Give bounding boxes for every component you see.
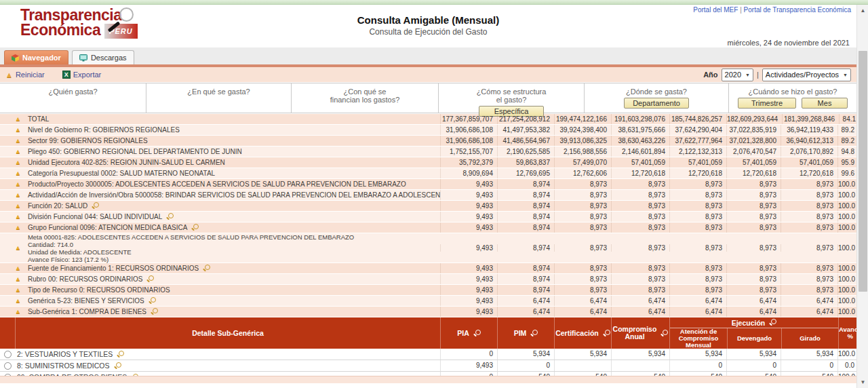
value-cell: 8,973 xyxy=(726,190,781,200)
value-cell: 38,630,463,226 xyxy=(611,136,669,146)
reiniciar-label: Reiniciar xyxy=(16,71,45,79)
year-select[interactable]: 2020 ▼ xyxy=(722,69,753,81)
value-cell: 9,493 xyxy=(440,244,497,252)
collapse-triangle-icon[interactable]: ▲ xyxy=(15,179,21,189)
magnifier-icon[interactable] xyxy=(191,224,199,231)
reiniciar-button[interactable]: ▲ Reiniciar xyxy=(5,71,45,79)
value-cell: 100.0 xyxy=(837,285,857,295)
value-cell: 8,973 xyxy=(554,285,611,295)
value-cell: 57,401,059 xyxy=(726,157,781,168)
selector-como-se-estructura: ¿Cómo se estructura el gasto? Específica xyxy=(439,83,585,113)
magnifier-icon[interactable] xyxy=(151,308,158,315)
detail-table-header: Detalle Sub-Genérica PIA PIM Certificaci… xyxy=(0,317,856,349)
magnifier-icon[interactable] xyxy=(769,319,776,326)
value-cell: 8,973 xyxy=(726,222,781,233)
row-label-cell: ▲Pliego 450: GOBIERNO REGIONAL DEL DEPAR… xyxy=(0,147,440,157)
magnifier-icon[interactable] xyxy=(473,330,481,337)
page-title: Consulta Amigable (Mensual) xyxy=(0,14,856,26)
magnifier-icon[interactable] xyxy=(660,330,668,337)
selector-question: ¿Quién gasta? xyxy=(48,88,97,96)
row-label-cell: ▲Rubro 00: RECURSOS ORDINARIOS xyxy=(0,274,440,284)
value-cell: 8,973 xyxy=(726,274,781,284)
collapse-triangle-icon[interactable]: ▲ xyxy=(15,274,21,284)
collapse-triangle-icon[interactable]: ▲ xyxy=(15,125,21,135)
collapse-triangle-icon[interactable]: ▲ xyxy=(15,307,21,317)
value-cell: 0 xyxy=(497,360,554,371)
value-cell: 199,474,122,166 xyxy=(554,114,611,124)
exportar-button[interactable]: X Exportar xyxy=(62,71,102,79)
collapse-triangle-icon[interactable]: ▲ xyxy=(15,296,21,306)
value-cell: 8,973 xyxy=(611,244,669,252)
row-label: Producto/Proyecto 3000005: ADOLESCENTES … xyxy=(28,179,406,189)
value-cell: 6,474 xyxy=(554,296,611,306)
magnifier-icon[interactable] xyxy=(149,297,156,305)
row-label-cell: ▲Grupo Funcional 0096: ATENCION MEDICA B… xyxy=(0,222,440,233)
tab-descargas[interactable]: Descargas xyxy=(72,50,134,64)
value-cell: 217,254,208,912 xyxy=(497,114,554,124)
value-cell: 57,401,059 xyxy=(669,157,726,168)
magnifier-icon[interactable] xyxy=(92,202,99,210)
value-cell: 6,474 xyxy=(497,307,554,317)
row-label: Categoría Presupuestal 0002: SALUD MATER… xyxy=(28,168,215,178)
portal-links: Portal del MEF | Portal de Transparencia… xyxy=(693,6,851,14)
value-cell: 8,973 xyxy=(554,222,611,233)
mes-button[interactable]: Mes xyxy=(802,98,848,109)
row-label-cell: ▲Categoría Presupuestal 0002: SALUD MATE… xyxy=(0,168,440,178)
value-cell: 89.2 xyxy=(837,136,856,146)
collapse-triangle-icon[interactable]: ▲ xyxy=(15,147,21,157)
link-portal-transparencia[interactable]: Portal de Transparencia Económica xyxy=(744,6,851,14)
value-cell: 8,909,694 xyxy=(440,168,497,178)
value-cell: 37,022,835,919 xyxy=(726,125,781,135)
trimestre-button[interactable]: Trimestre xyxy=(738,98,796,109)
collapse-triangle-icon[interactable]: ▲ xyxy=(15,285,21,295)
value-cell: 8,973 xyxy=(781,274,837,284)
collapse-triangle-icon[interactable]: ▲ xyxy=(15,244,21,252)
magnifier-icon[interactable] xyxy=(146,275,154,283)
magnifier-icon[interactable] xyxy=(166,213,174,220)
value-cell: 12,720,618 xyxy=(781,168,837,178)
collapse-triangle-icon[interactable]: ▲ xyxy=(15,136,21,146)
radio-button[interactable] xyxy=(4,362,12,370)
magnifier-icon[interactable] xyxy=(603,330,610,337)
collapse-triangle-icon[interactable]: ▲ xyxy=(15,190,21,200)
magnifier-icon[interactable] xyxy=(203,265,210,272)
table-row: ▲Categoría Presupuestal 0002: SALUD MATE… xyxy=(0,168,856,179)
detalle-subgenerica-header: Detalle Sub-Genérica xyxy=(15,317,440,349)
scrollbar-thumb[interactable] xyxy=(859,51,867,292)
collapse-triangle-icon[interactable]: ▲ xyxy=(15,168,21,178)
departamento-button[interactable]: Departamento xyxy=(624,98,689,109)
value-cell: 8,974 xyxy=(497,263,554,273)
value-cell: 39,913,086,325 xyxy=(554,136,611,146)
devengado-header: Devengado xyxy=(727,328,781,349)
value-cell: 5,934 xyxy=(554,349,611,360)
link-portal-mef[interactable]: Portal del MEF xyxy=(693,6,738,14)
row-label: Unidad Ejecutora 402-825: REGION JUNIN-S… xyxy=(28,157,225,168)
collapse-triangle-icon[interactable]: ▲ xyxy=(15,212,21,222)
value-cell: 100.0 xyxy=(837,296,857,306)
magnifier-icon[interactable] xyxy=(530,330,538,337)
table-row: ▲Rubro 00: RECURSOS ORDINARIOS9,4938,974… xyxy=(0,274,856,285)
table-row: ▲Sub-Genérica 1: COMPRA DE BIENES9,4936,… xyxy=(0,307,856,317)
vertical-scrollbar[interactable]: ▲ ▼ xyxy=(856,5,868,388)
collapse-triangle-icon[interactable]: ▲ xyxy=(15,222,21,233)
value-cell: 8,973 xyxy=(781,179,837,189)
value-cell: 8,974 xyxy=(497,201,554,211)
value-cell: 0.0 xyxy=(837,360,856,371)
tab-navegador[interactable]: Navegador xyxy=(4,50,68,64)
radio-button[interactable] xyxy=(4,351,12,358)
scrollbar-down-arrow-icon[interactable]: ▼ xyxy=(857,376,868,388)
collapse-triangle-icon[interactable]: ▲ xyxy=(15,157,21,168)
selector-donde-se-gasta: ¿Dónde se gasta? Departamento xyxy=(585,83,729,113)
value-cell: 8,973 xyxy=(611,222,669,233)
magnifier-icon[interactable] xyxy=(114,362,121,370)
scrollbar-up-arrow-icon[interactable]: ▲ xyxy=(857,5,868,16)
value-cell: 6,474 xyxy=(726,296,781,306)
level-select[interactable]: Actividades/Proyectos ▼ xyxy=(762,69,851,81)
collapse-triangle-icon[interactable]: ▲ xyxy=(15,114,21,124)
row-label-cell: ▲Sub-Genérica 1: COMPRA DE BIENES xyxy=(0,307,440,317)
row-label: Fuente de Financiamiento 1: RECURSOS ORD… xyxy=(28,263,199,273)
collapse-triangle-icon[interactable]: ▲ xyxy=(15,263,21,273)
collapse-triangle-icon[interactable]: ▲ xyxy=(15,201,21,211)
magnifier-icon[interactable] xyxy=(117,351,124,358)
selector-question: ¿En qué se gasta? xyxy=(187,88,250,96)
